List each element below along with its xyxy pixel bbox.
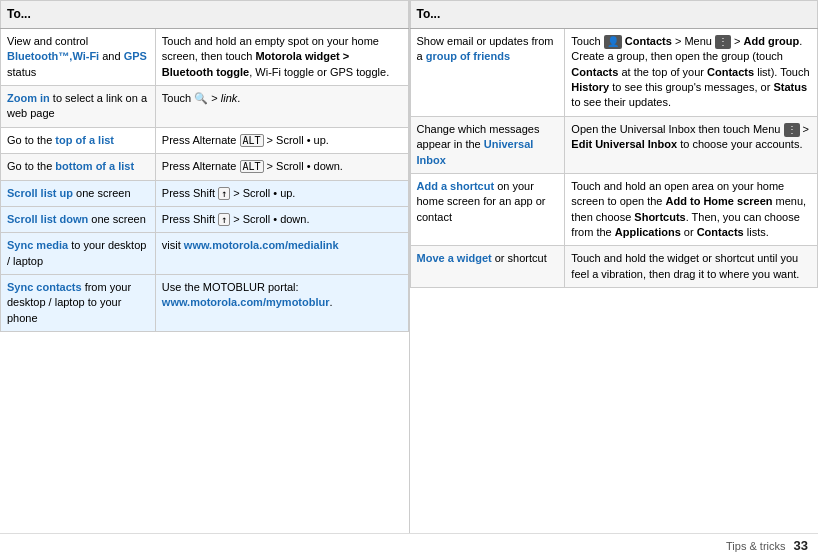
top-list-link[interactable]: top of a list: [55, 134, 114, 146]
tips-tricks-label: Tips & tricks: [726, 540, 786, 552]
right-table-header: To...: [410, 1, 818, 29]
table-row: Show email or updates from a group of fr…: [410, 28, 818, 116]
medialink-url[interactable]: www.motorola.com/medialink: [184, 239, 339, 251]
page-content: To... View and control Bluetooth™,Wi-Fi …: [0, 0, 818, 533]
description-cell: Press Shift ↑ > Scroll • up.: [155, 180, 408, 206]
action-cell: Zoom in to select a link on a web page: [1, 85, 156, 127]
description-cell: Touch 👤 Contacts > Menu ⋮ > Add group. C…: [565, 28, 818, 116]
sync-media-link[interactable]: Sync media: [7, 239, 68, 251]
move-widget-link[interactable]: Move a widget: [417, 252, 492, 264]
table-row: Sync contacts from your desktop / laptop…: [1, 275, 409, 332]
table-row: Sync media to your desktop / laptop visi…: [1, 233, 409, 275]
description-cell: Press Alternate ALT > Scroll • up.: [155, 127, 408, 153]
description-cell: Use the MOTOBLUR portal: www.motorola.co…: [155, 275, 408, 332]
scroll-up-link[interactable]: Scroll list up: [7, 187, 73, 199]
description-cell: Touch and hold the widget or shortcut un…: [565, 246, 818, 288]
table-row: Scroll list down one screen Press Shift …: [1, 206, 409, 232]
description-cell: Touch 🔍 > link.: [155, 85, 408, 127]
action-cell: Show email or updates from a group of fr…: [410, 28, 565, 116]
add-shortcut-link[interactable]: Add a shortcut: [417, 180, 495, 192]
table-row: Zoom in to select a link on a web page T…: [1, 85, 409, 127]
page-number: 33: [794, 538, 808, 553]
right-table-header-row: To...: [410, 1, 818, 29]
table-row: Add a shortcut on your home screen for a…: [410, 173, 818, 246]
action-cell: Sync contacts from your desktop / laptop…: [1, 275, 156, 332]
action-cell: Scroll list up one screen: [1, 180, 156, 206]
description-cell: visit www.motorola.com/medialink: [155, 233, 408, 275]
left-table-header: To...: [1, 1, 409, 29]
table-row: Scroll list up one screen Press Shift ↑ …: [1, 180, 409, 206]
description-cell: Open the Universal Inbox then touch Menu…: [565, 116, 818, 173]
universal-inbox-link[interactable]: Universal Inbox: [417, 138, 534, 165]
action-cell: Go to the top of a list: [1, 127, 156, 153]
description-cell: Touch and hold an empty spot on your hom…: [155, 28, 408, 85]
bottom-list-link[interactable]: bottom of a list: [55, 160, 134, 172]
right-table: To... Show email or updates from a group…: [410, 0, 819, 288]
table-row: Go to the bottom of a list Press Alterna…: [1, 154, 409, 180]
description-cell: Press Alternate ALT > Scroll • down.: [155, 154, 408, 180]
description-cell: Press Shift ↑ > Scroll • down.: [155, 206, 408, 232]
sync-contacts-link[interactable]: Sync contacts: [7, 281, 82, 293]
description-cell: Touch and hold an open area on your home…: [565, 173, 818, 246]
group-friends-link[interactable]: group of friends: [426, 50, 510, 62]
action-cell: View and control Bluetooth™,Wi-Fi and GP…: [1, 28, 156, 85]
table-row: Change which messages appear in the Univ…: [410, 116, 818, 173]
table-row: View and control Bluetooth™,Wi-Fi and GP…: [1, 28, 409, 85]
page-footer: Tips & tricks 33: [0, 533, 818, 557]
scroll-down-link[interactable]: Scroll list down: [7, 213, 88, 225]
action-cell: Go to the bottom of a list: [1, 154, 156, 180]
action-cell: Change which messages appear in the Univ…: [410, 116, 565, 173]
table-row: Move a widget or shortcut Touch and hold…: [410, 246, 818, 288]
bluetooth-link[interactable]: Bluetooth™,Wi-Fi: [7, 50, 99, 62]
action-cell: Scroll list down one screen: [1, 206, 156, 232]
right-column: To... Show email or updates from a group…: [410, 0, 819, 533]
left-table-header-row: To...: [1, 1, 409, 29]
left-column: To... View and control Bluetooth™,Wi-Fi …: [0, 0, 410, 533]
left-table: To... View and control Bluetooth™,Wi-Fi …: [0, 0, 409, 332]
action-cell: Sync media to your desktop / laptop: [1, 233, 156, 275]
zoom-link[interactable]: Zoom in: [7, 92, 50, 104]
action-cell: Move a widget or shortcut: [410, 246, 565, 288]
table-row: Go to the top of a list Press Alternate …: [1, 127, 409, 153]
mymotoblur-url[interactable]: www.motorola.com/mymotoblur: [162, 296, 330, 308]
gps-link[interactable]: GPS: [124, 50, 147, 62]
action-cell: Add a shortcut on your home screen for a…: [410, 173, 565, 246]
